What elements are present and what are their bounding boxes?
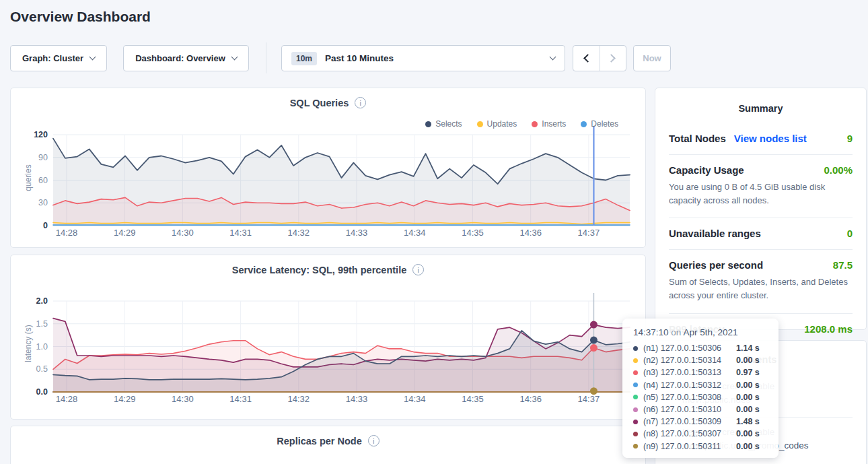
tooltip-timestamp: 14:37:10 on Apr 5th, 2021 bbox=[633, 327, 768, 337]
chevron-left-icon bbox=[583, 54, 592, 63]
node-latency-value: 0.00 s bbox=[736, 442, 760, 451]
x-axis-tick-label: 14:29 bbox=[114, 228, 136, 238]
y-axis-tick-label: 0 bbox=[43, 221, 48, 230]
node-color-dot bbox=[633, 346, 638, 351]
service-latency-chart[interactable]: 0.00.51.01.52.014:2814:2914:3014:3114:32… bbox=[11, 290, 647, 411]
x-axis-tick-label: 14:36 bbox=[519, 228, 542, 238]
service-latency-card: Service Latency: SQL, 99th percentile i … bbox=[10, 255, 646, 420]
tooltip-node-row: (n6) 127.0.0.1:503100.00 s bbox=[633, 403, 768, 416]
chevron-down-icon bbox=[231, 54, 238, 61]
time-step-back-button[interactable] bbox=[573, 46, 600, 71]
summary-description: You are using 0 B of 4.5 GiB usable disk… bbox=[669, 180, 853, 207]
graph-scope-dropdown[interactable]: Graph: Cluster bbox=[10, 45, 107, 71]
node-address: (n6) 127.0.0.1:50310 bbox=[643, 405, 736, 414]
node-color-dot bbox=[633, 358, 638, 363]
node-latency-value: 1.14 s bbox=[736, 343, 760, 353]
y-axis-tick-label: 0.0 bbox=[36, 387, 48, 397]
summary-row-queries-per-second: Queries per second 87.5 Sum of Selects, … bbox=[669, 250, 853, 313]
x-axis-tick-label: 14:37 bbox=[578, 228, 600, 238]
y-axis-tick-label: 1.0 bbox=[36, 342, 48, 352]
y-axis-tick-label: 120 bbox=[34, 130, 48, 139]
x-axis-tick-label: 14:29 bbox=[114, 394, 136, 404]
tooltip-node-row: (n5) 127.0.0.1:503080.00 s bbox=[633, 391, 768, 403]
node-address: (n8) 127.0.0.1:50307 bbox=[643, 429, 736, 438]
sql-queries-card: SQL Queries i SelectsUpdatesInsertsDelet… bbox=[10, 88, 646, 248]
node-latency-value: 1.48 s bbox=[736, 417, 760, 426]
x-axis-tick-label: 14:32 bbox=[288, 228, 310, 238]
x-axis-tick-label: 14:34 bbox=[404, 394, 426, 404]
replicas-per-node-card: Replicas per Node i bbox=[10, 426, 646, 464]
sql-queries-chart-title: SQL Queries bbox=[290, 98, 349, 108]
node-color-dot bbox=[633, 432, 638, 436]
x-axis-tick-label: 14:35 bbox=[462, 394, 484, 404]
node-latency-value: 0.97 s bbox=[736, 368, 760, 377]
time-range-dropdown[interactable]: 10m Past 10 Minutes bbox=[281, 45, 565, 71]
x-axis-tick-label: 14:35 bbox=[462, 228, 484, 238]
node-color-dot bbox=[633, 395, 638, 399]
summary-panel: Summary Total Nodes View nodes list 9 Ca… bbox=[655, 88, 867, 330]
node-address: (n3) 127.0.0.1:50313 bbox=[643, 368, 736, 377]
hover-point-dot bbox=[590, 321, 598, 329]
y-axis-tick-label: 90 bbox=[38, 153, 48, 162]
summary-value: 87.5 bbox=[833, 259, 853, 271]
summary-row-capacity-usage: Capacity Usage 0.00% You are using 0 B o… bbox=[669, 155, 853, 218]
x-axis-tick-label: 14:31 bbox=[229, 394, 252, 404]
tooltip-node-row: (n1) 127.0.0.1:503061.14 s bbox=[633, 342, 768, 354]
info-icon[interactable]: i bbox=[355, 97, 366, 108]
tooltip-node-row: (n2) 127.0.0.1:503140.00 s bbox=[633, 354, 768, 366]
time-step-forward-button[interactable] bbox=[600, 46, 626, 71]
node-address: (n4) 127.0.0.1:50312 bbox=[643, 380, 736, 390]
node-latency-value: 0.00 s bbox=[736, 429, 760, 438]
summary-title: Summary bbox=[669, 103, 853, 114]
node-latency-value: 0.00 s bbox=[736, 405, 760, 414]
hover-point-dot bbox=[590, 344, 598, 352]
chevron-right-icon bbox=[608, 54, 616, 63]
node-address: (n9) 127.0.0.1:50311 bbox=[643, 442, 736, 451]
info-icon[interactable]: i bbox=[412, 264, 424, 275]
dashboard-dropdown-label: Dashboard: Overview bbox=[135, 53, 225, 63]
x-axis-tick-label: 14:33 bbox=[346, 394, 368, 404]
y-axis-tick-label: 30 bbox=[38, 198, 48, 207]
info-icon[interactable]: i bbox=[368, 435, 379, 446]
x-axis-tick-label: 14:36 bbox=[519, 394, 542, 404]
tooltip-node-row: (n9) 127.0.0.1:503110.00 s bbox=[633, 440, 768, 453]
x-axis-tick-label: 14:30 bbox=[172, 228, 194, 238]
summary-label: Queries per second bbox=[669, 259, 763, 271]
x-axis-tick-label: 14:28 bbox=[56, 228, 78, 238]
view-nodes-list-link[interactable]: View nodes list bbox=[734, 133, 807, 144]
node-color-dot bbox=[633, 370, 638, 375]
node-color-dot bbox=[633, 383, 638, 387]
tooltip-node-row: (n4) 127.0.0.1:503120.00 s bbox=[633, 379, 768, 391]
time-step-buttons bbox=[573, 45, 626, 71]
summary-value: 0.00% bbox=[824, 164, 853, 176]
dashboard-dropdown[interactable]: Dashboard: Overview bbox=[123, 45, 249, 71]
tooltip-node-row: (n8) 127.0.0.1:503070.00 s bbox=[633, 428, 768, 440]
chart-hover-tooltip: 14:37:10 on Apr 5th, 2021 (n1) 127.0.0.1… bbox=[622, 319, 779, 458]
sql-queries-chart[interactable]: 030609012014:2814:2914:3014:3114:3214:33… bbox=[11, 122, 647, 246]
x-axis-tick-label: 14:30 bbox=[172, 394, 194, 404]
page-title: Overview Dashboard bbox=[10, 9, 151, 25]
now-button-label: Now bbox=[643, 53, 661, 63]
node-latency-value: 0.00 s bbox=[736, 393, 760, 402]
node-color-dot bbox=[633, 407, 638, 412]
hover-point-dot bbox=[590, 387, 598, 395]
y-axis-tick-label: 60 bbox=[38, 176, 48, 185]
x-axis-tick-label: 14:28 bbox=[56, 394, 78, 404]
summary-row-unavailable-ranges: Unavailable ranges 0 bbox=[669, 218, 853, 250]
node-address: (n2) 127.0.0.1:50314 bbox=[643, 356, 736, 365]
node-address: (n1) 127.0.0.1:50306 bbox=[643, 343, 736, 353]
x-axis-tick-label: 14:34 bbox=[404, 228, 426, 238]
summary-label: Unavailable ranges bbox=[669, 228, 761, 239]
node-address: (n5) 127.0.0.1:50308 bbox=[643, 393, 736, 402]
y-axis-tick-label: 1.5 bbox=[36, 319, 48, 329]
node-address: (n7) 127.0.0.1:50309 bbox=[643, 417, 736, 426]
x-axis-tick-label: 14:37 bbox=[578, 394, 600, 404]
x-axis-tick-label: 14:32 bbox=[288, 394, 310, 404]
summary-value: 1208.0 ms bbox=[804, 323, 853, 335]
now-button[interactable]: Now bbox=[633, 45, 671, 71]
summary-label: Total Nodes bbox=[669, 133, 726, 144]
node-color-dot bbox=[633, 420, 638, 424]
y-axis-tick-label: 2.0 bbox=[36, 296, 48, 306]
summary-value: 0 bbox=[847, 228, 853, 239]
time-range-badge: 10m bbox=[291, 52, 317, 65]
